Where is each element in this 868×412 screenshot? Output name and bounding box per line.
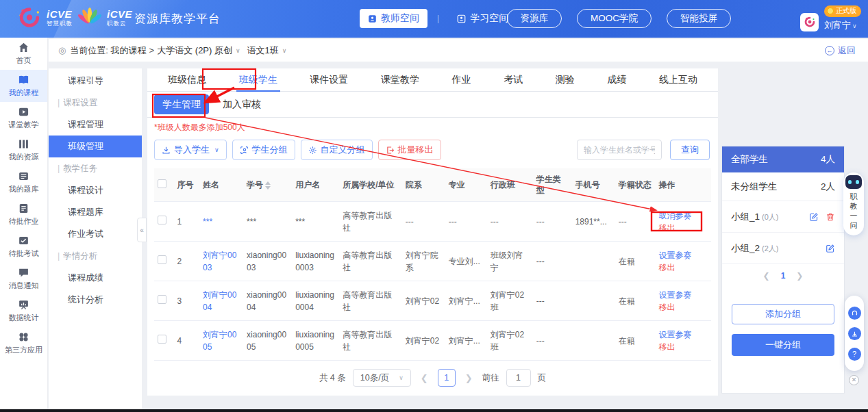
- submenu-item-course-question-bank[interactable]: 课程题库: [49, 201, 142, 223]
- student-toolbar: 导入学生∨ 学生分组 自定义分组 批量移出 查询: [147, 134, 718, 162]
- student-table-wrap: 序号 姓名 学号 用户名 所属学校/单位 院系 专业 行政班 学生类型 手机号 …: [147, 162, 718, 387]
- medal-icon: [827, 8, 834, 14]
- tab-grades[interactable]: 成绩: [607, 68, 626, 92]
- select-all-checkbox[interactable]: [158, 179, 166, 188]
- tab-classroom-teaching[interactable]: 课堂教学: [381, 68, 419, 92]
- student-grouping-button[interactable]: 学生分组: [232, 140, 295, 160]
- tab-class-students[interactable]: 班级学生: [239, 68, 277, 92]
- close-widget-icon[interactable]: ✕: [849, 375, 859, 385]
- back-button[interactable]: ← 返回: [825, 44, 856, 57]
- student-name-link[interactable]: 刘宵宁0003: [199, 242, 243, 281]
- tab-exam[interactable]: 考试: [504, 68, 523, 92]
- user-menu[interactable]: 刘宵宁∨: [824, 19, 857, 31]
- avatar[interactable]: [800, 13, 819, 31]
- cell-no: 1: [173, 202, 199, 242]
- submenu-item-homework-exams[interactable]: 作业考试: [49, 223, 142, 245]
- submenu-item-course-grades[interactable]: 课程成绩: [49, 267, 142, 289]
- auto-group-button[interactable]: 一键分组: [732, 334, 834, 356]
- sort-icon[interactable]: [265, 181, 271, 190]
- tab-quiz[interactable]: 测验: [556, 68, 575, 92]
- submenu-item-course-guide[interactable]: 课程引导: [49, 70, 142, 92]
- chevron-down-icon[interactable]: ∨: [236, 47, 240, 54]
- subtab-student-management[interactable]: 学生管理: [154, 94, 209, 114]
- group-current-page[interactable]: 1: [781, 271, 786, 281]
- submenu-item-statistical-analysis[interactable]: 统计分析: [49, 289, 142, 311]
- teacher-space-tab[interactable]: 教师空间: [360, 9, 427, 28]
- sidebar-collapse-handle[interactable]: «: [137, 218, 147, 242]
- sidebar-item-pending-exams[interactable]: 待批考试: [0, 231, 47, 263]
- sidebar-item-third-party-apps[interactable]: 第三方应用: [0, 327, 47, 359]
- statistics-icon: [18, 299, 29, 311]
- learning-space-icon: [457, 14, 466, 23]
- cell-phone: [572, 321, 615, 361]
- col-student-id[interactable]: 学号: [243, 168, 292, 202]
- page-size-select[interactable]: 10条/页∨: [353, 369, 411, 387]
- subtab-join-review[interactable]: 加入审核: [223, 99, 261, 111]
- smart-casting-button[interactable]: 智能投屏: [667, 9, 731, 28]
- sidebar-item-home[interactable]: 首页: [0, 38, 47, 70]
- sidebar-item-my-courses[interactable]: 我的课程: [0, 70, 47, 102]
- sidebar-item-data-statistics[interactable]: 数据统计: [0, 295, 47, 327]
- search-input[interactable]: [577, 140, 662, 160]
- current-page[interactable]: 1: [438, 369, 456, 387]
- download-center-button[interactable]: [848, 327, 861, 340]
- support-button[interactable]: [848, 307, 861, 320]
- action-entry-link[interactable]: 设置参赛: [659, 329, 708, 341]
- tab-class-info[interactable]: 班级信息: [168, 68, 206, 92]
- add-group-button[interactable]: 添加分组: [732, 304, 834, 324]
- submenu-item-course-design[interactable]: 课程设计: [49, 179, 142, 201]
- sidebar-item-my-resources[interactable]: 我的资源: [0, 134, 47, 166]
- cell-username: liuxiaoning0004: [292, 281, 339, 321]
- cell-username: liuxiaoning0005: [292, 321, 339, 361]
- row-checkbox[interactable]: [158, 216, 166, 224]
- sidebar-item-classroom-teaching[interactable]: 课堂教学: [0, 102, 47, 134]
- sidebar-item-messages[interactable]: 消息通知: [0, 263, 47, 295]
- action-remove-link[interactable]: 移出: [659, 261, 708, 274]
- action-remove-link[interactable]: 移出: [659, 341, 708, 353]
- action-entry-link[interactable]: 设置参赛: [659, 289, 708, 301]
- resource-library-button[interactable]: 资源库: [507, 9, 562, 28]
- query-button[interactable]: 查询: [670, 140, 710, 160]
- tab-courseware-settings[interactable]: 课件设置: [310, 68, 348, 92]
- student-name-link[interactable]: 刘宵宁0005: [199, 321, 243, 361]
- help-button[interactable]: ?: [848, 348, 861, 361]
- action-entry-link[interactable]: 设置参赛: [659, 249, 708, 261]
- sidebar-item-pending-homework[interactable]: 待批作业: [0, 198, 47, 231]
- chevron-down-icon[interactable]: ∨: [282, 47, 287, 54]
- group-ungrouped-students[interactable]: 未分组学生2人: [722, 172, 844, 201]
- submenu-item-class-management[interactable]: 班级管理: [49, 136, 142, 157]
- assistant-widget[interactable]: 职 教 一 问: [843, 172, 864, 235]
- edit-icon[interactable]: [809, 212, 819, 222]
- edit-icon[interactable]: [826, 244, 835, 253]
- breadcrumb-class[interactable]: 语文1班: [247, 44, 279, 57]
- action-entry-link[interactable]: 取消参赛: [659, 209, 708, 222]
- goto-page-input[interactable]: [506, 369, 531, 387]
- custom-grouping-button[interactable]: 自定义分组: [301, 140, 373, 160]
- batch-remove-button[interactable]: 批量移出: [378, 140, 441, 160]
- action-remove-link[interactable]: 移出: [659, 301, 708, 313]
- group-next-button[interactable]: ❯: [796, 271, 803, 281]
- group-all-students[interactable]: 全部学生4人: [722, 146, 844, 172]
- class-tabs: 班级信息 班级学生 课件设置 课堂教学 作业 考试 测验 成绩 线上互动: [147, 68, 718, 92]
- import-students-button[interactable]: 导入学生∨: [154, 140, 227, 160]
- tab-homework[interactable]: 作业: [452, 68, 471, 92]
- trash-icon[interactable]: [826, 212, 835, 222]
- group-item-1[interactable]: 小组_1(0人): [722, 201, 844, 233]
- next-page-button[interactable]: ❯: [462, 373, 475, 383]
- col-actions: 操作: [656, 168, 711, 202]
- sidebar-item-question-bank[interactable]: 我的题库: [0, 166, 47, 198]
- student-name-link[interactable]: ***: [199, 202, 243, 242]
- mooc-college-button[interactable]: MOOC学院: [577, 9, 652, 28]
- group-item-2[interactable]: 小组_2(2人): [722, 233, 844, 264]
- group-prev-button[interactable]: ❮: [763, 271, 770, 281]
- cell-major: 专业刘...: [445, 242, 487, 281]
- prev-page-button[interactable]: ❮: [418, 373, 431, 383]
- tab-online-interaction[interactable]: 线上互动: [659, 68, 697, 92]
- cell-student-id: xiaoning0005: [243, 321, 292, 361]
- student-name-link[interactable]: 刘宵宁0004: [199, 281, 243, 321]
- row-checkbox[interactable]: [158, 255, 166, 264]
- row-checkbox[interactable]: [158, 335, 166, 344]
- submenu-item-course-management[interactable]: 课程管理: [49, 114, 142, 136]
- action-remove-link[interactable]: 移出: [659, 222, 708, 234]
- row-checkbox[interactable]: [158, 295, 166, 304]
